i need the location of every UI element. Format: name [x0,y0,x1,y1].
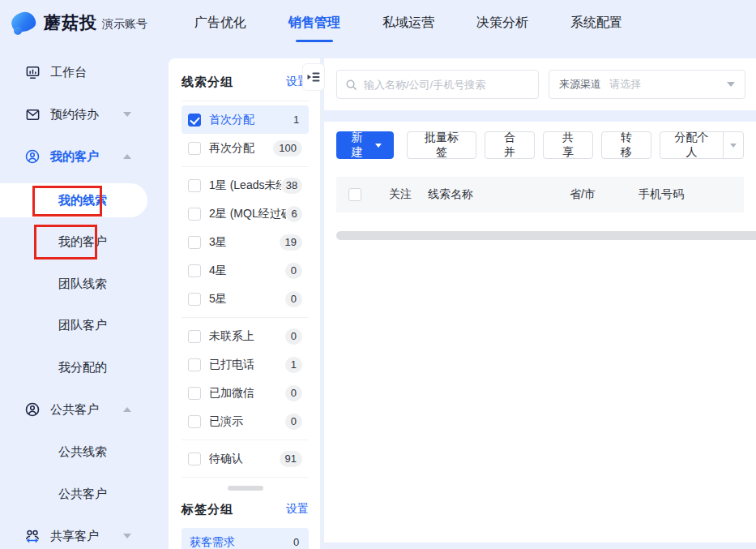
sidebar-item-public-customers[interactable]: 公共客户 [0,477,159,511]
filter-label: 已加微信 [209,386,254,401]
divider [182,317,309,318]
filter-row-5-star[interactable]: 5星 0 [182,285,309,313]
chevron-down-icon[interactable] [724,144,743,148]
sidebar-item-label: 工作台 [50,65,87,80]
filter-row-pending-confirm[interactable]: 待确认 91 [182,444,309,473]
filter-label: 1星 (Leads未经... [209,178,281,193]
sidebar-item-my-leads[interactable]: 我的线索 [0,183,147,217]
sidebar-item-public-customers-group[interactable]: 公共客户 [0,392,159,427]
tag-row-acquisition-demand[interactable]: 获客需求 0 [182,528,309,549]
filter-row-3-star[interactable]: 3星 19 [182,228,309,256]
filter-row-reassign[interactable]: 再次分配 100 [182,134,309,162]
sidebar-item-team-leads[interactable]: 团队线索 [0,267,159,301]
sidebar-item-workbench[interactable]: 工作台 [0,55,159,89]
nav-item-ad-optimization[interactable]: 广告优化 [194,10,246,36]
filter-row-not-contacted[interactable]: 未联系上 0 [182,322,309,350]
filter-row-2-star[interactable]: 2星 (MQL经过确... 6 [182,199,309,228]
users-icon [24,528,41,544]
checkbox[interactable] [188,330,201,343]
lead-table-header: 关注 线索名称 省/市 手机号码 [336,177,744,212]
checkbox[interactable] [188,179,201,192]
sidebar-item-label: 我的客户 [50,149,99,165]
batch-tag-button[interactable]: 批量标签 [407,131,476,159]
checkbox[interactable] [188,142,201,155]
nav-item-decision-analysis[interactable]: 决策分析 [476,10,528,36]
filter-row-1-star[interactable]: 1星 (Leads未经... 38 [182,171,309,199]
search-input[interactable] [364,79,530,91]
nav-item-private-domain[interactable]: 私域运营 [382,10,434,36]
search-filter-bar: 来源渠道 请选择 [324,58,756,110]
scrollbar-thumb[interactable] [336,231,756,240]
tag-group-header: 标签分组 设置 [182,497,309,521]
main-layout: 工作台 预约待办 [0,45,756,549]
filter-count-badge: 0 [285,328,302,345]
filter-count-badge: 0 [285,291,302,307]
checkbox-checked[interactable] [188,114,201,127]
merge-button[interactable]: 合并 [485,131,535,159]
column-header-lead-name: 线索名称 [428,177,473,212]
tag-count-badge: 0 [286,534,302,549]
chevron-down-icon [727,82,735,87]
filter-row-first-assign[interactable]: 首次分配 1 [182,105,309,134]
sidebar-item-appointments[interactable]: 预约待办 [0,97,159,131]
filter-row-called[interactable]: 已打电话 1 [182,350,309,379]
top-nav: 蘑菇投 演示账号 广告优化 销售管理 私域运营 决策分析 系统配置 [0,0,756,45]
collapse-panel-button[interactable] [302,63,325,91]
sidebar-item-label: 我分配的 [58,360,107,375]
sidebar-item-public-leads[interactable]: 公共线索 [0,435,159,469]
checkbox[interactable] [188,236,201,249]
divider [182,101,309,101]
source-channel-label: 来源渠道 [559,77,601,92]
sidebar-item-label: 共享客户 [50,529,99,544]
new-lead-button[interactable]: 新建 [336,131,394,159]
filter-label: 已演示 [209,414,243,429]
chevron-down-icon [375,144,382,148]
lead-group-header: 线索分组 设置 [182,70,309,94]
sidebar-item-label: 我的客户 [58,234,107,250]
horizontal-scrollbar[interactable] [336,231,756,240]
filter-count-badge: 0 [285,414,302,430]
filter-count-badge: 91 [280,451,302,467]
column-header-phone: 手机号码 [639,177,684,212]
lead-group-panel: 线索分组 设置 首次分配 1 再次分配 100 1星 (Leads未经... 3… [169,58,321,549]
sidebar-item-my-customers[interactable]: 我的客户 [0,225,159,259]
divider [182,477,309,478]
assign-person-button[interactable]: 分配个人 [660,131,744,159]
checkbox[interactable] [188,387,201,400]
new-lead-label: 新建 [348,131,365,160]
select-all-checkbox[interactable] [348,177,361,212]
checkbox[interactable] [188,293,201,306]
crm-app: 蘑菇投 演示账号 广告优化 销售管理 私域运营 决策分析 系统配置 工作 [0,0,756,549]
share-button[interactable]: 共享 [543,131,593,159]
nav-item-sales-management[interactable]: 销售管理 [288,10,340,36]
checkbox[interactable] [188,415,201,428]
checkbox[interactable] [188,264,201,277]
source-channel-select[interactable]: 来源渠道 请选择 [549,70,745,99]
filter-row-demoed[interactable]: 已演示 0 [182,407,309,435]
sidebar-item-shared-customers[interactable]: 共享客户 [0,519,159,549]
sidebar-item-label: 我的线索 [58,193,107,208]
filter-count-badge: 1 [285,357,302,373]
transfer-button[interactable]: 转移 [601,131,651,159]
chevron-up-icon [123,154,131,159]
filter-row-wechat-added[interactable]: 已加微信 0 [182,379,309,407]
envelope-icon [24,106,41,122]
tag-group-settings-link[interactable]: 设置 [286,502,309,517]
sidebar-item-assigned-by-me[interactable]: 我分配的 [0,350,159,384]
filter-label: 5星 [209,292,227,307]
sidebar-item-team-customers[interactable]: 团队客户 [0,308,159,342]
tag-group-title: 标签分组 [182,502,233,517]
nav-item-system-config[interactable]: 系统配置 [570,10,622,36]
filter-label: 3星 [209,235,227,250]
logo: 蘑菇投 演示账号 [0,11,159,35]
sidebar-item-my-customers-group[interactable]: 我的客户 [0,139,159,174]
checkbox[interactable] [188,208,201,221]
filter-count-badge: 38 [281,178,302,194]
filter-row-4-star[interactable]: 4星 0 [182,256,309,285]
checkbox[interactable] [188,358,201,371]
brand-logo-icon [10,11,37,35]
lead-search-field[interactable] [336,70,539,99]
checkbox[interactable] [188,452,201,465]
panel-resize-handle[interactable] [228,486,263,491]
filter-count-badge: 100 [273,140,302,157]
